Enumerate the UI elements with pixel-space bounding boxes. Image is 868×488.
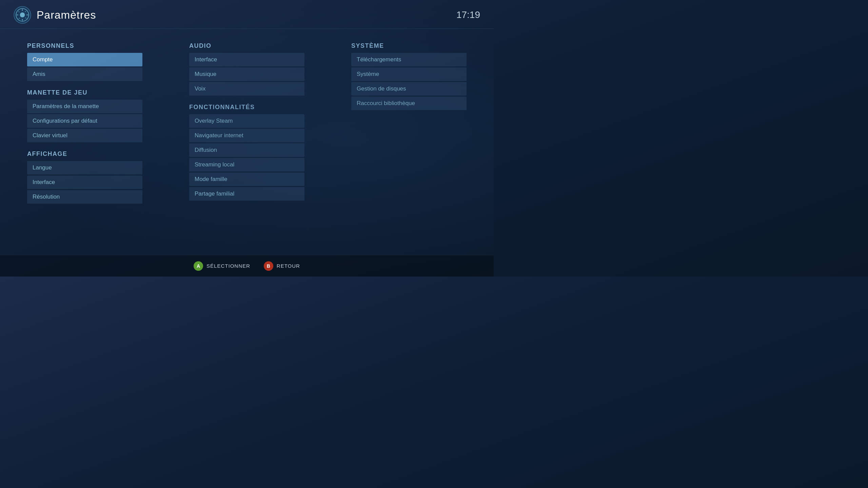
column-title-systeme: Système bbox=[351, 42, 467, 49]
svg-point-2 bbox=[20, 13, 25, 18]
section-systeme-items: Téléchargements Système Gestion de disqu… bbox=[351, 53, 467, 110]
menu-item-configurations-defaut[interactable]: Configurations par défaut bbox=[27, 114, 142, 128]
btn-a-icon: A bbox=[194, 261, 203, 271]
menu-item-diffusion[interactable]: Diffusion bbox=[189, 143, 304, 157]
menu-item-clavier-virtuel[interactable]: Clavier virtuel bbox=[27, 129, 142, 142]
menu-item-voix[interactable]: Voix bbox=[189, 82, 304, 96]
steam-logo-icon bbox=[14, 6, 31, 24]
menu-item-streaming-local[interactable]: Streaming local bbox=[189, 158, 304, 171]
menu-item-navigateur-internet[interactable]: Navigateur internet bbox=[189, 129, 304, 142]
footer: A SÉLECTIONNER B RETOUR bbox=[0, 255, 494, 277]
column-title-audio: Audio bbox=[189, 42, 304, 49]
clock: 17:19 bbox=[456, 9, 480, 20]
menu-item-musique[interactable]: Musique bbox=[189, 67, 304, 81]
section-title-fonctionnalites: Fonctionnalités bbox=[189, 104, 304, 111]
column-audio: Audio Interface Musique Voix Fonctionnal… bbox=[189, 42, 304, 205]
menu-item-gestion-disques[interactable]: Gestion de disques bbox=[351, 82, 467, 96]
column-personnels: Personnels Compte Amis Manette de jeu Pa… bbox=[27, 42, 142, 205]
page-title: Paramètres bbox=[37, 9, 96, 21]
menu-item-parametres-manette[interactable]: Paramètres de la manette bbox=[27, 100, 142, 113]
menu-item-langue[interactable]: Langue bbox=[27, 161, 142, 175]
menu-item-interface-affichage[interactable]: Interface bbox=[27, 176, 142, 189]
menu-item-partage-familial[interactable]: Partage familial bbox=[189, 187, 304, 201]
header: Paramètres 17:19 bbox=[0, 0, 494, 29]
column-title-personnels: Personnels bbox=[27, 42, 142, 49]
menu-item-telechargements[interactable]: Téléchargements bbox=[351, 53, 467, 66]
footer-btn-b: B RETOUR bbox=[264, 261, 300, 271]
menu-item-amis[interactable]: Amis bbox=[27, 67, 142, 81]
section-affichage: Affichage Langue Interface Résolution bbox=[27, 150, 142, 204]
menu-item-raccourci-bibliotheque[interactable]: Raccourci bibliothèque bbox=[351, 97, 467, 110]
header-left: Paramètres bbox=[14, 6, 96, 24]
menu-item-overlay-steam[interactable]: Overlay Steam bbox=[189, 114, 304, 128]
menu-item-mode-famille[interactable]: Mode famille bbox=[189, 172, 304, 186]
section-audio-items: Interface Musique Voix bbox=[189, 53, 304, 96]
menu-item-resolution[interactable]: Résolution bbox=[27, 190, 142, 204]
section-compte: Compte Amis bbox=[27, 53, 142, 81]
btn-a-label: SÉLECTIONNER bbox=[206, 263, 250, 269]
main-content: Personnels Compte Amis Manette de jeu Pa… bbox=[0, 29, 494, 218]
menu-item-interface-audio[interactable]: Interface bbox=[189, 53, 304, 66]
menu-item-compte[interactable]: Compte bbox=[27, 53, 142, 66]
column-systeme: Système Téléchargements Système Gestion … bbox=[351, 42, 467, 205]
menu-item-systeme[interactable]: Système bbox=[351, 67, 467, 81]
btn-b-icon: B bbox=[264, 261, 273, 271]
btn-b-label: RETOUR bbox=[277, 263, 300, 269]
section-fonctionnalites: Fonctionnalités Overlay Steam Navigateur… bbox=[189, 104, 304, 201]
section-title-affichage: Affichage bbox=[27, 150, 142, 158]
section-manette: Manette de jeu Paramètres de la manette … bbox=[27, 89, 142, 142]
section-title-manette: Manette de jeu bbox=[27, 89, 142, 96]
footer-btn-a: A SÉLECTIONNER bbox=[194, 261, 250, 271]
